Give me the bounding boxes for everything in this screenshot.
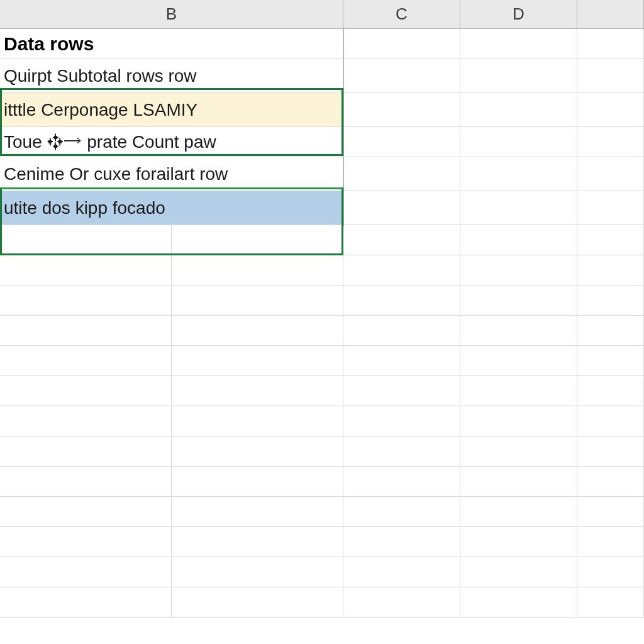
grid-body: Data rows Quirpt Subtotal rows row itttl…	[0, 29, 644, 618]
row-5: Cenime Or cuxe forailart row	[0, 157, 644, 191]
cell-B10[interactable]	[0, 316, 343, 345]
cell-D15[interactable]	[460, 467, 577, 496]
row-3: itttle Cerponage LSAMIY	[0, 93, 644, 127]
cell-C10[interactable]	[343, 316, 460, 345]
cell-E5[interactable]	[577, 157, 644, 191]
cell-E18[interactable]	[577, 557, 644, 587]
cell-B12[interactable]	[0, 376, 343, 406]
cell-D6[interactable]	[460, 191, 577, 225]
row-16	[0, 497, 644, 527]
cell-D17[interactable]	[460, 527, 577, 557]
column-header-D[interactable]: D	[460, 0, 577, 28]
column-header-C[interactable]: C	[343, 0, 460, 28]
cell-E7[interactable]	[577, 225, 644, 255]
cell-E1[interactable]	[577, 29, 644, 58]
column-divider	[343, 29, 344, 226]
cell-E16[interactable]	[577, 497, 644, 526]
row-7	[0, 225, 644, 255]
cell-D14[interactable]	[460, 436, 577, 466]
cell-D4[interactable]	[460, 127, 577, 157]
cell-B13[interactable]	[0, 406, 343, 436]
cell-B9[interactable]	[0, 286, 343, 315]
cell-D7[interactable]	[460, 225, 577, 255]
cell-E13[interactable]	[577, 406, 644, 436]
cell-B11[interactable]	[0, 346, 343, 375]
cell-B17[interactable]	[0, 527, 343, 557]
row-13	[0, 406, 644, 436]
cell-D19[interactable]	[460, 587, 577, 617]
column-header-B[interactable]: B	[0, 0, 343, 28]
cell-B8[interactable]	[0, 255, 343, 285]
cell-C4[interactable]	[343, 127, 460, 157]
cell-B18[interactable]	[0, 557, 343, 587]
cell-D18[interactable]	[460, 557, 577, 587]
column-header-row: B C D	[0, 0, 644, 29]
cell-C17[interactable]	[343, 527, 460, 557]
cell-D5[interactable]	[460, 157, 577, 191]
row-10	[0, 316, 644, 346]
cell-E4[interactable]	[577, 127, 644, 157]
row-1: Data rows	[0, 29, 644, 59]
column-header-E[interactable]	[577, 0, 644, 28]
cell-C7[interactable]	[343, 225, 460, 255]
row-18	[0, 557, 644, 587]
cell-C3[interactable]	[343, 93, 460, 126]
row-11	[0, 346, 644, 376]
row-6: utite dos kipp focado	[0, 191, 644, 225]
cell-B14[interactable]	[0, 436, 343, 466]
cell-C12[interactable]	[343, 376, 460, 406]
row-19	[0, 587, 644, 618]
cell-E15[interactable]	[577, 467, 644, 496]
cell-E2[interactable]	[577, 59, 644, 92]
cell-E10[interactable]	[577, 316, 644, 345]
cell-E17[interactable]	[577, 527, 644, 557]
cell-D16[interactable]	[460, 497, 577, 526]
row-17	[0, 527, 644, 557]
cell-B16[interactable]	[0, 497, 343, 526]
cell-C9[interactable]	[343, 286, 460, 315]
cell-B5[interactable]: Cenime Or cuxe forailart row	[0, 157, 343, 191]
cell-C14[interactable]	[343, 436, 460, 466]
cell-D1[interactable]	[460, 29, 577, 58]
cell-C1[interactable]	[343, 29, 460, 58]
cell-B4[interactable]: Toue ᠅⟶ prate Count paw	[0, 127, 343, 157]
cell-D8[interactable]	[460, 255, 577, 285]
cell-D9[interactable]	[460, 286, 577, 315]
cell-D10[interactable]	[460, 316, 577, 345]
cell-E11[interactable]	[577, 346, 644, 375]
cell-E12[interactable]	[577, 376, 644, 406]
cell-E9[interactable]	[577, 286, 644, 315]
cell-C5[interactable]	[343, 157, 460, 191]
row-4: Toue ᠅⟶ prate Count paw	[0, 127, 644, 157]
cell-B3[interactable]: itttle Cerponage LSAMIY	[0, 93, 343, 126]
cell-D3[interactable]	[460, 93, 577, 126]
cell-B7[interactable]	[0, 225, 343, 255]
cell-C19[interactable]	[343, 587, 460, 617]
cell-B2[interactable]: Quirpt Subtotal rows row	[0, 59, 343, 92]
cell-E8[interactable]	[577, 255, 644, 285]
cell-C2[interactable]	[343, 59, 460, 92]
cell-B19[interactable]	[0, 587, 343, 617]
cell-E19[interactable]	[577, 587, 644, 617]
cell-E14[interactable]	[577, 436, 644, 466]
row-9	[0, 286, 644, 316]
cell-C15[interactable]	[343, 467, 460, 496]
cell-E3[interactable]	[577, 93, 644, 126]
cell-D11[interactable]	[460, 346, 577, 375]
cell-B1[interactable]: Data rows	[0, 29, 343, 58]
cell-C11[interactable]	[343, 346, 460, 375]
cell-D12[interactable]	[460, 376, 577, 406]
row-2: Quirpt Subtotal rows row	[0, 59, 644, 93]
cell-C13[interactable]	[343, 406, 460, 436]
cell-C8[interactable]	[343, 255, 460, 285]
cell-B15[interactable]	[0, 467, 343, 496]
spreadsheet-grid[interactable]: B C D Data rows Quirpt Subtotal rows row…	[0, 0, 644, 644]
row-14	[0, 436, 644, 467]
cell-C6[interactable]	[343, 191, 460, 225]
cell-C16[interactable]	[343, 497, 460, 526]
cell-E6[interactable]	[577, 191, 644, 225]
cell-C18[interactable]	[343, 557, 460, 587]
cell-D2[interactable]	[460, 59, 577, 92]
cell-B6[interactable]: utite dos kipp focado	[0, 191, 343, 225]
cell-D13[interactable]	[460, 406, 577, 436]
